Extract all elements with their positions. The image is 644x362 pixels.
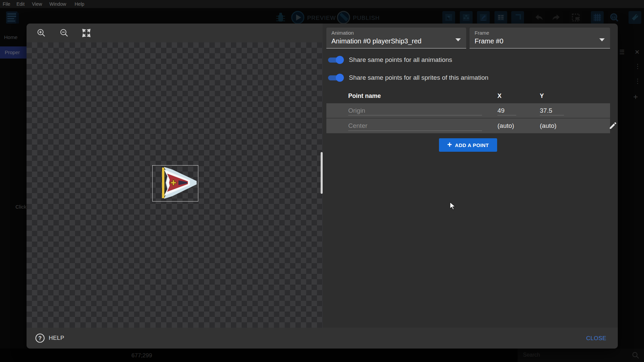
field-underline: [540, 115, 564, 115]
point-y-field: (auto): [540, 122, 557, 130]
table-row-origin[interactable]: Origin 49 37.5: [326, 103, 610, 118]
animation-select-label: Animation: [331, 30, 354, 36]
add-a-point-label: ADD A POINT: [455, 142, 489, 148]
field-underline: [497, 115, 516, 115]
frame-select[interactable]: Frame Frame #0: [470, 28, 610, 48]
point-x-field[interactable]: 49: [497, 107, 505, 114]
dialog-bottom-bar: ? HELP CLOSE: [27, 328, 618, 349]
frame-select-label: Frame: [475, 30, 489, 36]
canvas-scrollbar[interactable]: [321, 152, 323, 194]
share-points-all-animations-toggle[interactable]: [328, 56, 344, 64]
plus-icon: +: [447, 141, 452, 149]
share-points-all-sprites-toggle[interactable]: [328, 74, 344, 82]
mouse-cursor: [449, 202, 457, 211]
points-editor-dialog: Animation Animation #0 playerShip3_red F…: [27, 24, 618, 349]
share-points-all-sprites-label: Share same points for all sprites of thi…: [349, 74, 488, 81]
sprite-selection-box[interactable]: [152, 165, 198, 202]
points-table-header-name: Point name: [348, 93, 381, 100]
chevron-down-icon: [599, 38, 605, 41]
table-row-center[interactable]: Center (auto) (auto): [326, 118, 610, 133]
animation-select-value: Animation #0 playerShip3_red: [331, 37, 421, 45]
application-window: File Edit View Window Help PR: [0, 0, 644, 362]
frame-select-value: Frame #0: [475, 37, 504, 45]
zoom-in-icon[interactable]: [37, 28, 46, 38]
zoom-out-icon[interactable]: [59, 28, 69, 38]
svg-text:?: ?: [38, 335, 42, 341]
share-points-all-animations-label: Share same points for all animations: [349, 56, 452, 64]
edit-pencil-icon[interactable]: [609, 121, 617, 130]
points-table-header-x: X: [497, 93, 501, 100]
player-ship-sprite: [159, 167, 198, 199]
toggle-knob: [336, 74, 344, 82]
point-name-field: Origin: [348, 107, 365, 114]
field-underline: [348, 115, 482, 115]
help-label: HELP: [49, 335, 64, 341]
fit-to-view-icon[interactable]: [82, 28, 91, 38]
close-button[interactable]: CLOSE: [586, 335, 606, 342]
sprite-canvas[interactable]: [27, 42, 323, 328]
field-underline: [348, 131, 482, 131]
toggle-knob: [336, 56, 344, 64]
animation-select[interactable]: Animation Animation #0 playerShip3_red: [326, 28, 466, 48]
point-name-field: Center: [348, 122, 367, 130]
canvas-toolbar: [27, 24, 323, 42]
points-table-header-y: Y: [540, 93, 544, 100]
point-x-field: (auto): [497, 122, 514, 130]
help-button[interactable]: ? HELP: [35, 332, 64, 344]
help-question-icon: ?: [35, 333, 45, 343]
point-y-field[interactable]: 37.5: [540, 107, 552, 114]
chevron-down-icon: [455, 38, 461, 41]
add-a-point-button[interactable]: + ADD A POINT: [439, 138, 497, 152]
